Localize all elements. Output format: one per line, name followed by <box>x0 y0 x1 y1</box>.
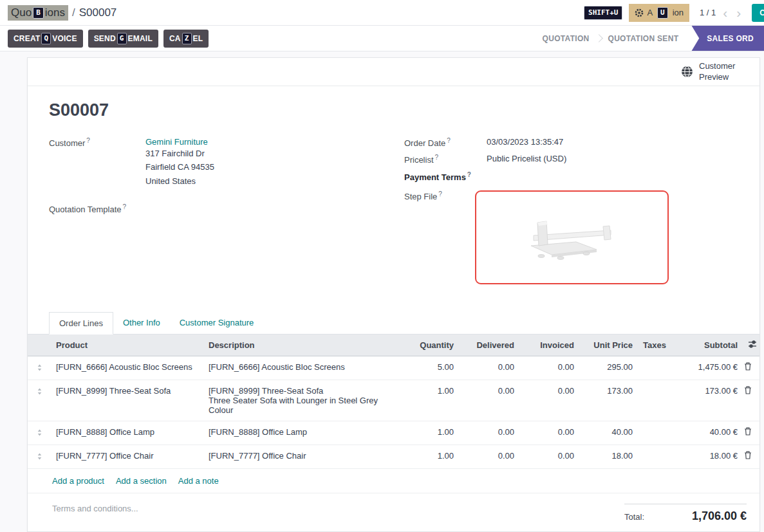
optional-columns-icon[interactable] <box>743 335 760 356</box>
quotation-template-field-row: Quotation Template? <box>49 203 404 214</box>
product-cell[interactable]: [FURN_8999] Three-Seat Sofa <box>51 380 203 421</box>
cancel-label-pre: CA <box>169 34 181 43</box>
taxes-cell[interactable] <box>638 421 670 445</box>
customer-address-line1: 317 Fairchild Dr <box>145 147 214 160</box>
order-date-label-text: Order Date <box>404 138 445 148</box>
subtotal-cell: 1,475.00 € <box>670 356 743 380</box>
order-date-input[interactable]: 03/03/2023 13:35:47 <box>487 137 563 148</box>
delete-row-icon[interactable] <box>743 380 760 421</box>
add-a-product-link[interactable]: Add a product <box>52 476 104 486</box>
order-line-row: [FURN_6666] Acoustic Bloc Screens [FURN_… <box>28 356 760 380</box>
drag-handle-icon[interactable] <box>28 356 51 380</box>
description-cell[interactable]: [FURN_6666] Acoustic Bloc Screens <box>203 356 400 380</box>
top-navbar: QuoBions / S00007 SHIFT+U AUion 1 / 1 ‹ … <box>0 0 764 26</box>
line-add-links: Add a product Add a section Add a note <box>28 469 759 493</box>
pricelist-label: Pricelist? <box>404 154 487 165</box>
unit-price-column-header: Unit Price <box>579 335 638 356</box>
drag-handle-icon[interactable] <box>28 380 51 421</box>
description-cell[interactable]: [FURN_7777] Office Chair <box>203 445 400 468</box>
field-column-right: Order Date? 03/03/2023 13:35:47 Pricelis… <box>404 137 738 290</box>
description-cell[interactable]: [FURN_8999] Three-Seat Sofa Three Seater… <box>203 380 400 421</box>
unit-price-cell[interactable]: 295.00 <box>579 356 638 380</box>
add-a-note-link[interactable]: Add a note <box>178 476 219 486</box>
invoiced-cell[interactable]: 0.00 <box>519 421 579 445</box>
description-cell[interactable]: [FURN_8888] Office Lamp <box>203 421 400 445</box>
product-cell[interactable]: [FURN_7777] Office Chair <box>51 445 203 468</box>
quantity-cell[interactable]: 5.00 <box>400 356 459 380</box>
total-label: Total: <box>624 512 644 522</box>
quantity-cell[interactable]: 1.00 <box>400 380 459 421</box>
taxes-cell[interactable] <box>638 380 670 421</box>
quotation-template-input[interactable] <box>145 203 248 214</box>
delete-row-icon[interactable] <box>743 421 760 445</box>
taxes-cell[interactable] <box>638 445 670 468</box>
quantity-cell[interactable]: 1.00 <box>400 421 459 445</box>
cancel-button[interactable]: CAZEL <box>163 30 209 48</box>
product-cell[interactable]: [FURN_6666] Acoustic Bloc Screens <box>51 356 203 380</box>
invoiced-column-header: Invoiced <box>519 335 579 356</box>
pager-previous-button[interactable]: ‹ <box>721 6 729 19</box>
control-bar: CREATQVOICE SENDGEMAIL CAZEL QUOTATION Q… <box>0 26 764 51</box>
unit-price-cell[interactable]: 173.00 <box>579 380 638 421</box>
status-bar: QUOTATION QUOTATION SENT SALES ORD <box>536 26 764 51</box>
step-file-label-text: Step File <box>404 192 437 201</box>
handle-column-header <box>28 335 51 356</box>
action-menu-button[interactable]: AUion <box>629 4 689 22</box>
payment-terms-input[interactable] <box>487 171 564 182</box>
unit-price-cell[interactable]: 40.00 <box>579 421 638 445</box>
key-hint-u-badge: U <box>657 7 668 19</box>
drag-handle-icon[interactable] <box>28 445 51 468</box>
key-hint-q-badge: Q <box>41 33 51 44</box>
field-group: Customer? Gemini Furniture 317 Fairchild… <box>49 137 738 290</box>
create-invoice-button[interactable]: CREATQVOICE <box>8 30 83 48</box>
product-cell[interactable]: [FURN_8888] Office Lamp <box>51 421 203 445</box>
payment-terms-field-row: Payment Terms? <box>404 171 738 182</box>
step-file-label: Step File? <box>404 190 487 284</box>
create-invoice-label-post: VOICE <box>52 34 77 43</box>
quantity-column-header: Quantity <box>400 335 459 356</box>
tab-other-info[interactable]: Other Info <box>113 312 170 334</box>
invoiced-cell[interactable]: 0.00 <box>519 380 579 421</box>
terms-and-conditions-input[interactable]: Terms and conditions... <box>52 504 138 523</box>
drag-handle-icon[interactable] <box>28 421 51 445</box>
customer-link[interactable]: Gemini Furniture <box>145 137 208 147</box>
delivered-cell[interactable]: 0.00 <box>459 356 519 380</box>
send-email-button[interactable]: SENDGEMAIL <box>88 30 158 48</box>
action-label-post: ion <box>673 8 684 17</box>
pager-next-button[interactable]: › <box>734 6 743 19</box>
quantity-cell[interactable]: 1.00 <box>400 445 459 468</box>
topbar-right-controls: SHIFT+U AUion 1 / 1 ‹ › C <box>582 4 764 22</box>
breadcrumb-separator: / <box>72 6 75 19</box>
add-a-section-link[interactable]: Add a section <box>116 476 167 486</box>
breadcrumb-quotations-text-pre: Quo <box>11 6 32 19</box>
pricelist-input[interactable]: Public Pricelist (USD) <box>487 154 566 165</box>
taxes-cell[interactable] <box>638 356 670 380</box>
breadcrumb-quotations-link[interactable]: QuoBions <box>8 5 68 21</box>
delivered-cell[interactable]: 0.00 <box>459 380 519 421</box>
tab-order-lines[interactable]: Order Lines <box>49 312 113 335</box>
create-invoice-label-pre: CREAT <box>14 34 40 43</box>
product-column-header: Product <box>51 335 203 356</box>
order-date-label: Order Date? <box>404 137 487 148</box>
step-file-image-widget[interactable] <box>475 190 669 284</box>
order-lines-table: Product Description Quantity Delivered I… <box>28 335 760 469</box>
status-stage-quotation[interactable]: QUOTATION <box>536 34 596 43</box>
invoiced-cell[interactable]: 0.00 <box>519 356 579 380</box>
delete-row-icon[interactable] <box>743 356 760 380</box>
create-button[interactable]: C <box>752 4 764 22</box>
delete-row-icon[interactable] <box>743 445 760 468</box>
sheet-toolbar-row: Customer Preview <box>28 58 759 86</box>
status-stage-sales-order-active[interactable]: SALES ORD <box>691 26 764 51</box>
key-hint-b-badge: B <box>33 7 44 19</box>
unit-price-cell[interactable]: 18.00 <box>579 445 638 468</box>
customer-preview-link[interactable]: Customer Preview <box>681 61 745 83</box>
delivered-cell[interactable]: 0.00 <box>459 445 519 468</box>
taxes-column-header: Taxes <box>638 335 670 356</box>
tab-customer-signature[interactable]: Customer Signature <box>170 312 264 334</box>
status-stage-quotation-sent[interactable]: QUOTATION SENT <box>602 34 685 43</box>
step-file-help-icon: ? <box>438 190 442 197</box>
invoiced-cell[interactable]: 0.00 <box>519 445 579 468</box>
delivered-cell[interactable]: 0.00 <box>459 421 519 445</box>
form-view-content: Customer Preview S00007 Customer? Gemini… <box>0 51 764 532</box>
payment-terms-label-text: Payment Terms <box>404 172 466 182</box>
